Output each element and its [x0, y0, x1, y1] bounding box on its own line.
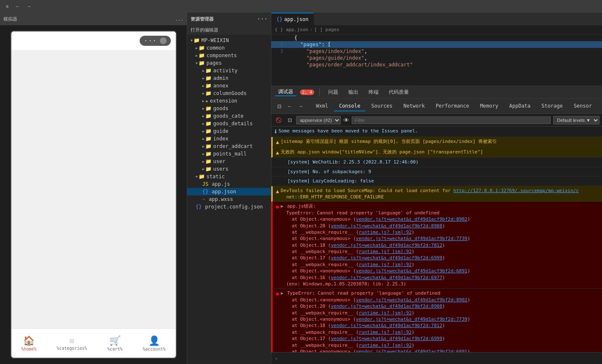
tree-item-extension[interactable]: ▶ ★ extension	[187, 97, 271, 105]
err2-link-5[interactable]: vendor.js?t=wechat&s_df49d1acf9bf2d:7812	[331, 323, 442, 328]
tree-item-guide[interactable]: ▶ 📁 guide	[187, 127, 271, 135]
guide-arrow: ▶	[202, 129, 204, 133]
console-clear-btn[interactable]: 🚫	[274, 116, 284, 124]
console-output[interactable]: ℹ Some messages have been moved to the I…	[271, 127, 602, 352]
points_mall-arrow: ▶	[202, 152, 204, 156]
menu-button[interactable]: ≡	[3, 3, 11, 10]
nav-tab-console[interactable]: Console	[334, 101, 366, 111]
explorer-header: 资源管理器 ···	[187, 13, 271, 25]
tab-debugger[interactable]: 调试器	[275, 88, 297, 96]
tree-item-static[interactable]: ▼ 📁 static	[187, 173, 271, 180]
tab-issues[interactable]: 问题	[325, 89, 342, 96]
tree-item-goods[interactable]: ▶ 📁 goods	[187, 105, 271, 112]
activity-folder-icon: 📁	[205, 68, 212, 74]
err-link-8[interactable]: runtime.js? [sm]:92	[359, 262, 412, 267]
nav-tab-sources[interactable]: Sources	[366, 101, 398, 111]
err2-link-8[interactable]: runtime.js? [sm]:92	[359, 343, 412, 348]
phone-tab-categories[interactable]: ⊞ %categories%	[57, 336, 87, 351]
tree-item-appjson[interactable]: {} app.json	[187, 188, 271, 195]
right-panel: {} app.json { } app.json › [ ] pages { 2…	[271, 13, 602, 364]
nav-tab-storage[interactable]: Storage	[536, 101, 568, 111]
tree-item-goods_details[interactable]: ▶ 📁 goods_details	[187, 120, 271, 127]
sourcemap-link[interactable]: http://127.0.0.1:32769/.sourcemap/mp-wei…	[453, 188, 579, 193]
line-content-4: "pages/guide/index",	[288, 55, 367, 61]
forward-button[interactable]: →	[24, 3, 34, 10]
console-service-select[interactable]: appservice (#2)	[296, 116, 341, 124]
console-levels-select[interactable]: Default levels ▼	[553, 116, 599, 124]
console-capture-btn[interactable]: ⊡	[286, 116, 294, 124]
users-label: users	[213, 166, 228, 172]
user-folder-icon: 📁	[205, 158, 212, 164]
phone-tab-account[interactable]: 👤 %account%	[143, 335, 165, 351]
tree-item-index[interactable]: ▶ 📁 index	[187, 135, 271, 142]
nav-capture-btn[interactable]: ⊡	[275, 102, 284, 111]
extension-folder-icon: ★	[205, 98, 208, 104]
tree-item-user[interactable]: ▶ 📁 user	[187, 158, 271, 165]
tree-item-points_mall[interactable]: ▶ 📁 points_mall	[187, 150, 271, 158]
goods_cate-folder-icon: 📁	[205, 113, 212, 119]
tree-item-columnGoods[interactable]: ▶ 📁 columnGoods	[187, 90, 271, 97]
error1-arrow[interactable]: ▶	[281, 203, 284, 209]
explorer-more-btn[interactable]: ···	[257, 16, 268, 22]
err2-link-2[interactable]: vendor.js?t=wechat&s_df49d1acf9bf2d:8908	[331, 303, 442, 309]
err-link-4[interactable]: vendor.js?t=wechat&s_df49d1acf9bf2d:7739	[356, 236, 467, 241]
console-filter-input[interactable]	[352, 116, 551, 124]
err-link-3[interactable]: runtime.js? [sm]:92	[359, 229, 412, 235]
tree-item-users[interactable]: ▶ 📁 users	[187, 165, 271, 173]
tree-item-components[interactable]: ▶ 📁 components	[187, 52, 271, 59]
nav-tab-appdata[interactable]: AppData	[504, 101, 536, 111]
nav-tab-sensor[interactable]: Sensor	[569, 101, 597, 111]
eye-button[interactable]: 👁	[343, 117, 349, 124]
nav-tab-wxml[interactable]: Wxml	[311, 101, 333, 111]
editor-tab-appjson[interactable]: {} app.json	[271, 13, 314, 25]
debugger-badge: 2, 4	[300, 90, 314, 95]
err-link-9[interactable]: vendor.js?t=wechat&s_df49d1acf9bf2d:6891	[356, 268, 467, 274]
nav-tab-network[interactable]: Network	[398, 101, 430, 111]
err-link-2[interactable]: vendor.js?t=wechat&s_df49d1acf9bf2d:8908	[331, 223, 442, 229]
tab-output[interactable]: 输出	[345, 89, 362, 96]
tree-item-order_addcart[interactable]: ▶ 📁 order_addcart	[187, 142, 271, 150]
err2-link-4[interactable]: vendor.js?t=wechat&s_df49d1acf9bf2d:7739	[356, 317, 467, 322]
err-link-1[interactable]: vendor.js?t=wechat&s_df49d1acf9bf2d:8902	[356, 216, 467, 222]
tree-item-appwxss[interactable]: ~ app.wxss	[187, 195, 271, 203]
console-input[interactable]	[280, 356, 599, 361]
nav-tab-performance[interactable]: Performance	[431, 101, 474, 111]
nav-tab-mock[interactable]: Mock	[598, 101, 602, 111]
tree-item-common[interactable]: ▶ 📁 common	[187, 44, 271, 52]
back-button[interactable]: ←	[13, 3, 22, 10]
nav-back-btn[interactable]: ←	[285, 102, 295, 111]
static-folder-icon: 📁	[199, 174, 205, 179]
err2-link-3[interactable]: runtime.js? [sm]:92	[359, 310, 412, 316]
tree-item-projectconfig[interactable]: {} project.config.json	[187, 203, 271, 211]
err-link-10[interactable]: vendor.js?t=wechat&s_df49d1acf9bf2d:6977	[331, 275, 442, 280]
error2-arrow[interactable]: ▶	[281, 290, 284, 296]
tree-item-activity[interactable]: ▶ 📁 activity	[187, 67, 271, 74]
tree-item-admin[interactable]: ▶ 📁 admin	[187, 74, 271, 82]
goods_cate-arrow: ▶	[202, 114, 204, 118]
nav-tab-memory[interactable]: Memory	[475, 101, 503, 111]
open-editors-section[interactable]: 打开的编辑器	[187, 25, 271, 35]
err-link-6[interactable]: runtime.js? [sm]:92	[359, 249, 412, 254]
tab-codequality[interactable]: 代码质量	[385, 89, 412, 96]
phone-controls[interactable]: ···	[140, 36, 170, 46]
tree-item-pages[interactable]: ▼ 📁 pages	[187, 59, 271, 67]
phone-tab-home[interactable]: 🏠 %home%	[21, 335, 37, 351]
phone-panel: 模拟器 ... ··· 🏠 %home% ⊞	[0, 13, 187, 364]
tree-item-goods_cate[interactable]: ▶ 📁 goods_cate	[187, 112, 271, 120]
tree-item-appjs[interactable]: JS app.js	[187, 180, 271, 188]
err-link-7[interactable]: vendor.js?t=wechat&s_df49d1acf9bf2d:6999	[331, 255, 442, 261]
tree-item-annex[interactable]: ▶ 📁 annex	[187, 82, 271, 90]
err-link-5[interactable]: vendor.js?t=wechat&s_df49d1acf9bf2d:7812	[331, 243, 442, 248]
project-root[interactable]: ▼ 📁 MP-WEIXIN	[187, 37, 271, 44]
phone-record-btn[interactable]	[160, 37, 167, 44]
err2-link-6[interactable]: runtime.js? [sm]:92	[359, 330, 412, 335]
err2-link-9[interactable]: vendor.js?t=wechat&s_df49d1acf9bf2d:6891	[356, 349, 467, 352]
warn2-icon: ▲	[276, 149, 279, 156]
nav-forward-btn[interactable]: →	[296, 102, 306, 111]
err2-link-1[interactable]: vendor.js?t=wechat&s_df49d1acf9bf2d:8902	[356, 297, 467, 303]
phone-tab-cart[interactable]: 🛒 %cart%	[107, 335, 122, 351]
tab-terminal[interactable]: 终端	[365, 89, 382, 96]
err2-link-7[interactable]: vendor.js?t=wechat&s_df49d1acf9bf2d:6999	[331, 336, 442, 341]
pages-arrow: ▼	[196, 61, 198, 65]
console-msg-warn1: ▲ [sitemap 索引情况提示] 根据 sitemap 的规则[0], 当前…	[271, 137, 602, 148]
